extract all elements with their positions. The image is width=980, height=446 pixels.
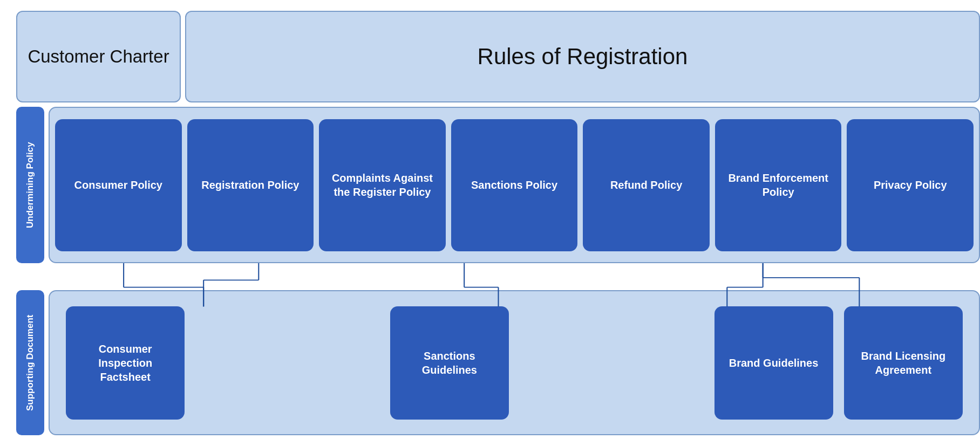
privacy-policy-card[interactable]: Privacy Policy — [847, 119, 974, 251]
policies-container: Consumer Policy Registration Policy Comp… — [49, 107, 980, 263]
refund-policy-card[interactable]: Refund Policy — [583, 119, 710, 251]
brand-enforcement-policy-card[interactable]: Brand Enforcement Policy — [715, 119, 842, 251]
consumer-inspection-card[interactable]: Consumer Inspection Factsheet — [66, 306, 185, 420]
rules-label: Rules of Registration — [478, 44, 688, 70]
middle-section: Undermining Policy Consumer Policy Regis… — [16, 107, 980, 263]
connector-and-bottom: Supporting Document Consumer Inspection … — [16, 263, 980, 435]
brand-guidelines-card[interactable]: Brand Guidelines — [714, 306, 833, 420]
rules-of-registration-box: Rules of Registration — [185, 11, 980, 102]
customer-charter-label: Customer Charter — [28, 46, 169, 67]
consumer-policy-card[interactable]: Consumer Policy — [55, 119, 182, 251]
bottom-section: Supporting Document Consumer Inspection … — [16, 290, 980, 435]
supporting-document-label: Supporting Document — [16, 290, 44, 435]
sanctions-policy-card[interactable]: Sanctions Policy — [451, 119, 578, 251]
sanctions-guidelines-card[interactable]: Sanctions Guidelines — [390, 306, 509, 420]
top-section: Customer Charter Rules of Registration — [16, 11, 980, 102]
registration-policy-card[interactable]: Registration Policy — [187, 119, 314, 251]
brand-licensing-card[interactable]: Brand Licensing Agreement — [844, 306, 963, 420]
customer-charter-box: Customer Charter — [16, 11, 181, 102]
supporting-docs-container: Consumer Inspection Factsheet Sanctions … — [49, 290, 980, 435]
undermining-policy-label: Undermining Policy — [16, 107, 44, 263]
complaints-policy-card[interactable]: Complaints Against the Register Policy — [319, 119, 446, 251]
